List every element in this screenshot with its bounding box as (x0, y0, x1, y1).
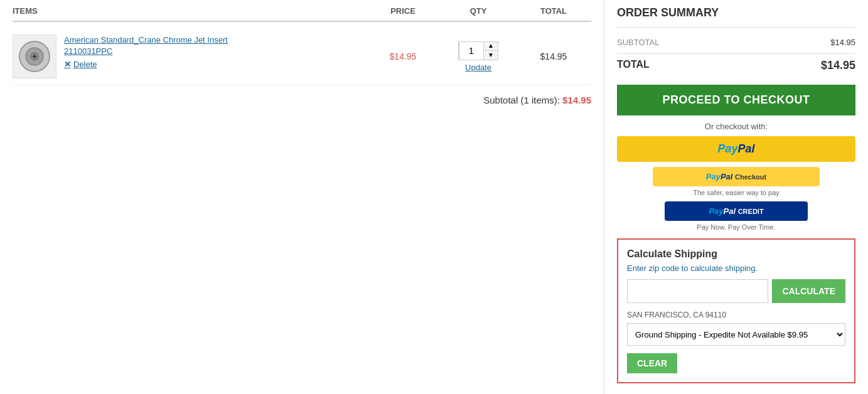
cart-header: ITEMS PRICE QTY Total (13, 6, 591, 22)
order-summary: ORDER SUMMARY SUBTOTAL $14.95 TOTAL $14.… (604, 0, 868, 394)
update-link[interactable]: Update (465, 63, 491, 72)
summary-subtotal-label: SUBTOTAL (617, 38, 659, 47)
or-checkout-text: Or checkout with: (617, 122, 855, 131)
item-name-link[interactable]: American Standard_Crane Chrome Jet Inser… (64, 35, 228, 57)
paypal-credit-subtext: Pay Now. Pay Over Time. (617, 223, 855, 231)
summary-title: ORDER SUMMARY (617, 6, 855, 28)
calc-shipping-subtitle: Enter zip code to calculate shipping. (627, 264, 845, 273)
header-items: ITEMS (13, 6, 365, 16)
shipping-method-select[interactable]: Ground Shipping - Expedite Not Available… (627, 323, 845, 346)
calculate-shipping-section: Calculate Shipping Enter zip code to cal… (617, 238, 855, 383)
clear-button[interactable]: CLEAR (627, 353, 677, 373)
product-image (13, 35, 56, 78)
qty-increase-button[interactable]: ▲ (484, 42, 498, 51)
item-details: American Standard_Crane Chrome Jet Inser… (64, 35, 228, 69)
qty-control: ▲ ▼ (458, 41, 498, 60)
header-qty: QTY (441, 6, 516, 16)
item-info: American Standard_Crane Chrome Jet Inser… (13, 35, 365, 78)
subtotal-value: $14.95 (562, 95, 591, 105)
checkout-button[interactable]: PROCEED TO CHECKOUT (617, 85, 855, 115)
qty-decrease-button[interactable]: ▼ (484, 51, 498, 60)
item-price: $14.95 (365, 51, 441, 61)
subtotal-row: Subtotal (1 items): $14.95 (13, 85, 591, 115)
paypal-safer-text: The safer, easier way to pay (617, 189, 855, 196)
subtotal-label: Subtotal (1 items): (483, 95, 560, 105)
paypal-credit-icon: PayPal CREDIT (709, 206, 763, 216)
paypal-checkout-button[interactable]: PayPal Checkout (653, 167, 820, 186)
subtotal-summary-row: SUBTOTAL $14.95 (617, 34, 855, 51)
zip-input-row: CALCULATE (627, 279, 845, 303)
calc-shipping-title: Calculate Shipping (627, 248, 845, 260)
paypal-button[interactable]: PayPal (617, 136, 855, 162)
paypal-checkout-icon: PayPal Checkout (706, 172, 766, 181)
qty-buttons: ▲ ▼ (484, 42, 498, 60)
total-label: TOTAL (617, 59, 650, 72)
zip-code-input[interactable] (627, 279, 768, 303)
cart-section: ITEMS PRICE QTY Total (0, 0, 604, 394)
calculate-button[interactable]: CALCULATE (772, 279, 845, 303)
item-total: $14.95 (516, 51, 591, 61)
table-row: American Standard_Crane Chrome Jet Inser… (13, 28, 591, 85)
header-price: PRICE (365, 6, 441, 16)
delete-item-button[interactable]: ✕ Delete (64, 60, 228, 69)
x-icon: ✕ (64, 60, 71, 69)
header-total: Total (516, 6, 591, 16)
location-text: SAN FRANCISCO, CA 94110 (627, 311, 845, 319)
summary-subtotal-value: $14.95 (830, 38, 855, 47)
paypal-icon: PayPal (717, 142, 754, 155)
item-qty-col: ▲ ▼ Update (441, 41, 516, 72)
qty-input[interactable] (459, 42, 484, 60)
paypal-credit-button[interactable]: PayPal CREDIT (665, 201, 808, 221)
total-value: $14.95 (821, 59, 855, 72)
total-row: TOTAL $14.95 (617, 53, 855, 77)
